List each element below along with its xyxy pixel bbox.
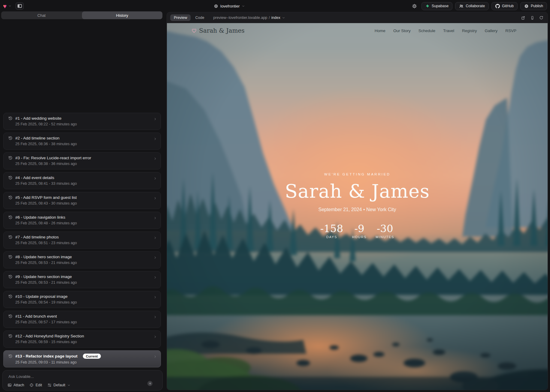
countdown-value: -158 — [320, 223, 343, 235]
top-bar: ♥ lovefrontier Supabase Collaborate GitH… — [0, 0, 550, 12]
history-clock-icon — [8, 274, 13, 279]
ask-lovable-input[interactable] — [8, 374, 150, 379]
sidebar: Chat History #1 - Add wedding website 25… — [0, 12, 164, 392]
topbar-actions: Supabase Collaborate GitHub Publish — [410, 0, 547, 12]
history-item[interactable]: #4 - Add event details 25 Feb 2025, 08:4… — [3, 172, 161, 189]
chevron-right-icon — [153, 216, 157, 220]
model-mode-button[interactable]: Default — [47, 383, 71, 387]
history-clock-icon — [8, 294, 13, 299]
sidebar-toggle-button[interactable] — [16, 2, 24, 10]
countdown-label: HOURS — [351, 235, 368, 239]
mode-chevron-down-icon — [67, 384, 71, 387]
version-history-list: #1 - Add wedding website 25 Feb 2025, 08… — [3, 113, 161, 370]
chevron-right-icon — [153, 256, 157, 259]
site-nav-link[interactable]: Schedule — [419, 28, 435, 33]
site-header: Sarah & James HomeOur StoryScheduleTrave… — [167, 23, 548, 38]
history-item[interactable]: #13 - Refactor index page layout Current… — [3, 350, 161, 367]
history-item[interactable]: #1 - Add wedding website 25 Feb 2025, 08… — [3, 113, 161, 130]
hero-content: WE'RE GETTING MARRIED Sarah & James Sept… — [167, 172, 548, 239]
history-clock-icon — [8, 255, 13, 259]
history-item-title: #5 - Add RSVP form and guest list — [15, 195, 77, 200]
project-chevron-down-icon — [242, 4, 245, 8]
chevron-right-icon — [153, 335, 157, 339]
history-item-title: #2 - Add timeline section — [15, 136, 59, 140]
countdown-label: MINUTES — [376, 235, 394, 239]
history-item-timestamp: 25 Feb 2025, 08:43 - 30 minutes ago — [15, 201, 156, 205]
countdown-unit: -158 DAYS — [320, 223, 343, 239]
attach-button[interactable]: Attach — [8, 383, 24, 387]
edit-mode-button[interactable]: Edit — [29, 383, 42, 387]
publish-button[interactable]: Publish — [520, 2, 547, 10]
sidebar-tab[interactable]: History — [82, 11, 163, 19]
history-item[interactable]: #7 - Add timeline photos 25 Feb 2025, 08… — [3, 232, 161, 249]
history-clock-icon — [8, 314, 13, 319]
hero-date-location: September 21, 2024 • New York City — [167, 207, 548, 212]
history-item[interactable]: #2 - Add timeline section 25 Feb 2025, 0… — [3, 133, 161, 150]
mobile-device-icon[interactable] — [530, 16, 534, 20]
history-item[interactable]: #6 - Update navigation links 25 Feb 2025… — [3, 212, 161, 229]
history-item-timestamp: 25 Feb 2025, 08:22 - 52 minutes ago — [15, 122, 156, 126]
history-item[interactable]: #3 - Fix: Resolve Lucide-react import er… — [3, 152, 161, 169]
project-switcher[interactable]: lovefrontier — [214, 0, 245, 12]
history-item[interactable]: #9 - Update hero section image 25 Feb 20… — [3, 271, 161, 288]
history-item-title: #6 - Update navigation links — [15, 215, 65, 220]
gear-icon — [412, 4, 417, 9]
url-host: preview--lovefrontier.lovable.app — [213, 16, 267, 20]
history-item-title: #10 - Update proposal image — [15, 294, 68, 299]
chevron-right-icon — [153, 236, 157, 240]
site-nav: HomeOur StoryScheduleTravelRegistryGalle… — [375, 28, 516, 33]
chevron-right-icon — [153, 117, 157, 121]
chevron-right-icon — [153, 355, 157, 358]
refresh-icon[interactable] — [539, 16, 543, 20]
mode-label: Default — [53, 383, 65, 387]
site-nav-link[interactable]: Home — [375, 28, 385, 33]
history-item-title: #12 - Add Honeyfund Registry Section — [15, 334, 84, 338]
github-button[interactable]: GitHub — [491, 2, 518, 10]
publish-globe-icon — [524, 4, 529, 8]
site-logo[interactable]: Sarah & James — [192, 27, 245, 34]
history-clock-icon — [8, 116, 13, 121]
countdown-value: -30 — [376, 223, 394, 235]
globe-icon — [214, 4, 218, 8]
site-nav-link[interactable]: Travel — [443, 28, 454, 33]
logo-chevron-down-icon[interactable] — [8, 4, 11, 7]
history-item[interactable]: #11 - Add brunch event 25 Feb 2025, 08:5… — [3, 311, 161, 328]
history-item-timestamp: 25 Feb 2025, 08:36 - 38 minutes ago — [15, 142, 156, 146]
history-item-timestamp: 25 Feb 2025, 08:53 - 21 minutes ago — [15, 280, 156, 285]
history-item[interactable]: #12 - Add Honeyfund Registry Section 25 … — [3, 331, 161, 348]
history-item-timestamp: 25 Feb 2025, 08:41 - 33 minutes ago — [15, 181, 156, 186]
target-icon — [29, 383, 34, 387]
collaborate-button[interactable]: Collaborate — [455, 2, 489, 10]
site-nav-link[interactable]: Registry — [462, 28, 477, 33]
attach-label: Attach — [14, 383, 24, 387]
preview-url[interactable]: preview--lovefrontier.lovable.app / inde… — [213, 16, 285, 20]
history-item-timestamp: 25 Feb 2025, 08:48 - 26 minutes ago — [15, 221, 156, 225]
history-clock-icon — [8, 156, 13, 160]
tab-code[interactable]: Code — [195, 16, 204, 20]
history-clock-icon — [8, 235, 13, 239]
countdown-unit: -30 MINUTES — [376, 223, 394, 239]
countdown-unit: -9 HOURS — [351, 223, 368, 239]
lovable-logo-icon[interactable]: ♥ — [3, 3, 7, 9]
url-page: index — [271, 16, 280, 20]
users-icon — [459, 4, 464, 8]
external-link-icon[interactable] — [521, 16, 525, 20]
site-nav-link[interactable]: Gallery — [485, 28, 497, 33]
send-button[interactable] — [147, 381, 153, 386]
history-item[interactable]: #10 - Update proposal image 25 Feb 2025,… — [3, 291, 161, 308]
supabase-label: Supabase — [432, 4, 449, 8]
history-item[interactable]: #8 - Update hero section image 25 Feb 20… — [3, 251, 161, 268]
history-item-title: #4 - Add event details — [15, 175, 54, 180]
countdown: -158 DAYS -9 HOURS -30 MINUTES — [167, 223, 548, 239]
sidebar-tab[interactable]: Chat — [1, 11, 82, 19]
site-logo-text: Sarah & James — [199, 27, 245, 34]
history-clock-icon — [8, 136, 13, 140]
history-item-title: #3 - Fix: Resolve Lucide-react import er… — [15, 156, 91, 160]
site-nav-link[interactable]: Our Story — [393, 28, 411, 33]
site-nav-link[interactable]: RSVP — [505, 28, 516, 33]
tab-preview[interactable]: Preview — [170, 14, 191, 21]
history-item[interactable]: #5 - Add RSVP form and guest list 25 Feb… — [3, 192, 161, 209]
chevron-right-icon — [153, 137, 157, 141]
supabase-button[interactable]: Supabase — [422, 2, 452, 10]
settings-button[interactable] — [410, 2, 419, 10]
